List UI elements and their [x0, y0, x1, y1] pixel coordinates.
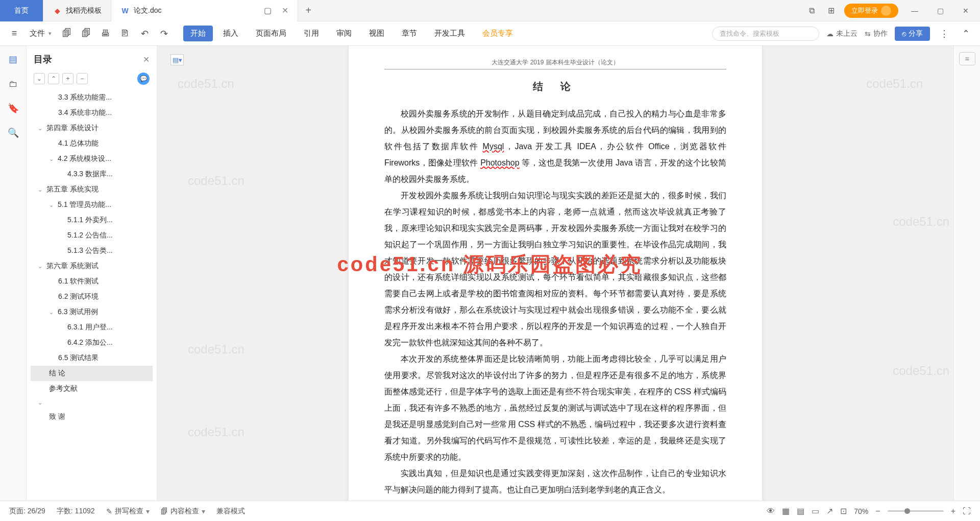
tab-home[interactable]: 首页: [0, 0, 43, 21]
toc-item[interactable]: 4.1 总体功能: [31, 136, 153, 151]
login-button[interactable]: 立即登录: [844, 4, 898, 18]
redo-icon[interactable]: ↷: [157, 27, 171, 41]
tab-label: 找稻壳模板: [66, 6, 102, 15]
save-icon[interactable]: 🗐: [60, 27, 74, 41]
toc-item[interactable]: 5.1.1 外卖列...: [31, 212, 153, 228]
menu-tab-1[interactable]: 插入: [216, 26, 246, 41]
toc-item[interactable]: ⌄4.2 系统模块设...: [31, 151, 153, 167]
toc-expand[interactable]: ⌃: [48, 73, 59, 84]
menu-tab-7[interactable]: 开发工具: [427, 26, 472, 41]
toc-add[interactable]: +: [62, 73, 74, 84]
toc-item[interactable]: 6.3.1 用户登...: [31, 320, 153, 335]
left-sidebar: ▤ 🗀 🔖 🔍: [0, 46, 27, 501]
file-menu[interactable]: 文件▾: [27, 29, 55, 38]
toc-close-icon[interactable]: ✕: [143, 55, 150, 64]
paragraph[interactable]: 总的说来，这次编写毕业设计作品，我真正锻炼了自己的实际操作能力，以前只知道理论知…: [384, 498, 726, 501]
more-icon[interactable]: ⋮: [937, 27, 951, 41]
expand-icon[interactable]: ⌃: [959, 27, 973, 41]
tab-label: 论文.doc: [134, 6, 161, 15]
zoom-fit-icon[interactable]: ⊡: [840, 506, 847, 516]
toc-item[interactable]: 结 论: [31, 366, 153, 381]
cloud-status[interactable]: ☁未上云: [826, 29, 857, 38]
close-icon[interactable]: ✕: [282, 6, 288, 15]
toc-item[interactable]: ⌄第四章 系统设计: [31, 121, 153, 136]
content-icon: 🗐: [161, 507, 168, 515]
docer-icon: ◆: [53, 6, 62, 15]
zoom-level[interactable]: 70%: [854, 507, 868, 515]
toc-item[interactable]: 5.1.3 公告类...: [31, 243, 153, 258]
paragraph[interactable]: 开发校园外卖服务系统让我明白知识理论与现实实践的差距还是挺大的，很多时候，我们在…: [384, 187, 726, 351]
tab-template[interactable]: ◆ 找稻壳模板: [43, 0, 111, 21]
toc-item[interactable]: 4.3.3 数据库...: [31, 167, 153, 182]
zoom-slider[interactable]: [888, 510, 944, 512]
view-outline-icon[interactable]: ▭: [812, 506, 819, 516]
toc-item[interactable]: 3.4 系统非功能...: [31, 105, 153, 121]
clipboard-icon[interactable]: 🗀: [6, 77, 20, 91]
menu-tab-2[interactable]: 页面布局: [249, 26, 293, 41]
watermark: code51.cn: [188, 425, 244, 439]
zoom-out-icon[interactable]: −: [875, 507, 880, 516]
search-input[interactable]: 查找命令、搜索模板: [712, 27, 819, 41]
right-panel-toggle[interactable]: ≡: [959, 52, 975, 65]
toc-item[interactable]: ⌄第五章 系统实现: [31, 182, 153, 197]
menu-tab-8[interactable]: 会员专享: [475, 26, 520, 41]
right-sidebar: ≡: [953, 46, 980, 501]
hamburger-icon[interactable]: ≡: [7, 27, 21, 41]
toc-item[interactable]: 致 谢: [31, 409, 153, 424]
toc-item[interactable]: 3.3 系统功能需...: [31, 90, 153, 105]
word-icon: W: [120, 6, 130, 15]
view-draft-icon[interactable]: ↗: [826, 506, 833, 516]
spell-check[interactable]: ✎拼写检查▾: [106, 507, 150, 516]
paragraph[interactable]: 实践出真知，但是知识也是通过实践变得更加深刻，这次作品制作，让自己的专业知识水平…: [384, 465, 726, 498]
share-icon: ⎋: [902, 30, 906, 38]
doc-tag-icon[interactable]: ▤▾: [170, 54, 184, 65]
menu-tab-3[interactable]: 引用: [297, 26, 326, 41]
toc-item[interactable]: 6.4.2 添加公...: [31, 335, 153, 350]
toc-remove[interactable]: −: [77, 73, 88, 84]
apps-icon[interactable]: ⊞: [825, 5, 837, 17]
zoom-in-icon[interactable]: +: [951, 507, 955, 516]
undo-icon[interactable]: ↶: [137, 27, 152, 41]
toc-item[interactable]: 6.5 测试结果: [31, 350, 153, 366]
page-indicator[interactable]: 页面: 26/29: [9, 507, 45, 516]
toc-item[interactable]: 5.1.2 公告信...: [31, 228, 153, 243]
bookmark-icon[interactable]: 🔖: [6, 101, 20, 115]
maximize-button[interactable]: ▢: [931, 2, 949, 20]
save-as-icon[interactable]: 🗐: [79, 27, 93, 41]
share-button[interactable]: ⎋分享: [895, 27, 930, 41]
close-window-button[interactable]: ✕: [957, 2, 975, 20]
menu-tab-6[interactable]: 章节: [395, 26, 424, 41]
tab-window-icon[interactable]: ▢: [261, 5, 274, 17]
toc-item[interactable]: 参考文献: [31, 381, 153, 396]
menu-tab-0[interactable]: 开始: [183, 26, 213, 41]
spell-icon: ✎: [106, 507, 112, 515]
print-preview-icon[interactable]: 🖹: [118, 27, 132, 41]
toc-item[interactable]: 6.1 软件测试: [31, 274, 153, 289]
toc-item[interactable]: ⌄6.3 测试用例: [31, 304, 153, 320]
search-icon[interactable]: 🔍: [6, 126, 20, 140]
print-icon[interactable]: 🖶: [99, 27, 113, 41]
paragraph[interactable]: 校园外卖服务系统的开发制作，从题目确定到成品完成，自己投入的精力与心血是非常多的…: [384, 106, 726, 187]
toc-collapse-all[interactable]: ⌄: [34, 73, 45, 84]
collab-button[interactable]: ⇆协作: [865, 29, 888, 38]
menu-tab-4[interactable]: 审阅: [329, 26, 359, 41]
tab-document[interactable]: W 论文.doc ▢ ✕: [111, 0, 298, 21]
outline-icon[interactable]: ▤: [6, 52, 20, 66]
toc-chat-icon[interactable]: 💬: [137, 73, 150, 85]
fullscreen-icon[interactable]: ⛶: [963, 507, 971, 516]
toc-item[interactable]: 6.2 测试环境: [31, 289, 153, 304]
minimize-button[interactable]: —: [905, 2, 924, 20]
word-count[interactable]: 字数: 11092: [57, 507, 95, 516]
add-tab-button[interactable]: +: [298, 5, 318, 16]
layout-icon[interactable]: ⧉: [805, 5, 818, 17]
toc-item[interactable]: ⌄5.1 管理员功能...: [31, 197, 153, 212]
view-reading-icon[interactable]: 👁: [767, 507, 775, 516]
menu-tab-5[interactable]: 视图: [362, 26, 391, 41]
toc-item[interactable]: ⌄第六章 系统测试: [31, 258, 153, 274]
view-page-icon[interactable]: ▦: [782, 506, 790, 516]
compat-mode[interactable]: 兼容模式: [216, 507, 245, 516]
view-web-icon[interactable]: ▤: [797, 506, 804, 516]
content-check[interactable]: 🗐内容检查▾: [161, 507, 205, 516]
paragraph[interactable]: 本次开发的系统整体界面还是比较清晰简明，功能上面考虑得比较全，几乎可以满足用户使…: [384, 351, 726, 465]
toc-item[interactable]: ⌄: [31, 396, 153, 409]
